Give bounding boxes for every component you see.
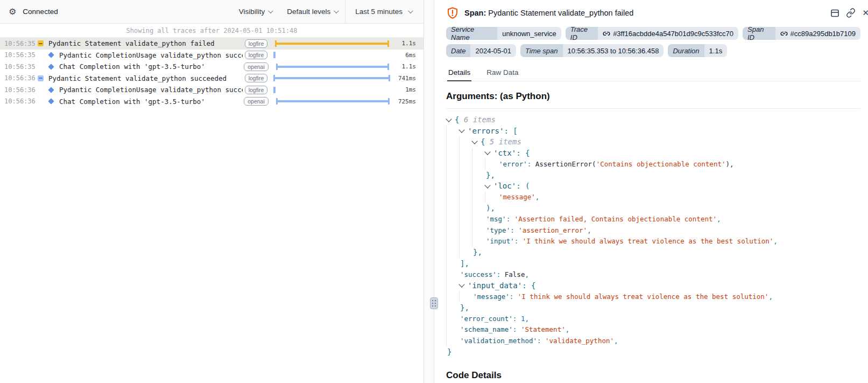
- metadata-pill-label: Service Name: [446, 27, 497, 40]
- collapse-chevron-icon[interactable]: [446, 116, 451, 122]
- metadata-pill-text: 10:56:35.353 to 10:56:36.458: [568, 47, 659, 55]
- collapse-toggle-icon[interactable]: [36, 40, 45, 46]
- scope-badge: openai: [244, 62, 269, 71]
- connection-status: Connected: [23, 8, 58, 16]
- code-line: 'type': 'assertion_error',: [446, 225, 860, 236]
- indent-guide: [446, 170, 459, 181]
- indent-guide: [446, 236, 459, 247]
- time-range-dropdown[interactable]: Last 5 minutes: [345, 0, 424, 23]
- code-token: 'validate_python': [545, 337, 614, 345]
- panel-layout-icon[interactable]: [830, 9, 839, 18]
- indent-guide: [459, 291, 472, 302]
- indent-guide: [446, 214, 459, 225]
- resize-grip-handle[interactable]: [430, 297, 438, 309]
- duration-bar-track: [273, 61, 391, 73]
- trace-row[interactable]: 10:56:35Pydantic CompletionUsage validat…: [0, 50, 424, 61]
- code-token: :: [537, 337, 545, 345]
- scope-badge: logfire: [245, 74, 268, 82]
- close-icon[interactable]: ✕: [862, 8, 868, 18]
- indent-guide: [446, 148, 459, 159]
- code-line: 'schema_name': 'Statement',: [446, 324, 860, 336]
- indent-guide: [459, 136, 472, 148]
- code-token: 'ctx': [493, 149, 516, 157]
- indent-guide: [472, 225, 485, 236]
- code-token: 'loc': [493, 182, 516, 190]
- code-token: ,: [525, 270, 529, 278]
- code-token: },: [486, 171, 495, 179]
- collapse-chevron-icon[interactable]: [458, 282, 464, 288]
- indent-guide: [459, 225, 472, 236]
- trace-row[interactable]: 10:56:36Pydantic Statement validate_pyth…: [0, 73, 424, 85]
- code-line: 'loc': (: [446, 180, 860, 192]
- trace-name: Chat Completion with 'gpt-3.5-turbo': [59, 98, 243, 106]
- duration-bar-track: [273, 73, 391, 85]
- code-line: },: [446, 302, 860, 314]
- code-token: 'validation_method': [460, 337, 537, 345]
- minus-square-icon[interactable]: [38, 40, 44, 46]
- indent-guide: [472, 214, 485, 225]
- indent-guide: [459, 192, 472, 203]
- indent-guide: [459, 180, 472, 192]
- code-line: 'message',: [446, 192, 860, 203]
- copy-link-icon[interactable]: [846, 8, 856, 18]
- trace-row[interactable]: 10:56:35Chat Completion with 'gpt-3.5-tu…: [0, 61, 424, 73]
- scope-badge-wrap: logfire: [243, 86, 270, 94]
- scope-badge-wrap: openai: [243, 97, 270, 106]
- collapse-chevron-icon[interactable]: [471, 138, 477, 144]
- visibility-dropdown[interactable]: Visibility: [231, 0, 280, 23]
- tab-raw-data[interactable]: Raw Data: [485, 66, 519, 81]
- metadata-pill: Duration1.1s: [668, 44, 727, 57]
- default-levels-dropdown[interactable]: Default levels: [279, 0, 345, 23]
- diamond-icon: [46, 65, 56, 69]
- code-token: 'I think we should always treat violence…: [523, 237, 774, 245]
- trace-row[interactable]: 10:56:36Pydantic CompletionUsage validat…: [0, 84, 424, 96]
- metadata-pill-value[interactable]: #3ff16acbdde4a547b01d9c9c533fcc70: [598, 27, 738, 40]
- trace-timestamp: 10:56:35: [4, 63, 36, 71]
- trace-timestamp: 10:56:36: [4, 98, 36, 105]
- trace-row[interactable]: 10:56:36Chat Completion with 'gpt-3.5-tu…: [0, 96, 424, 108]
- code-token: 'Contains objectionable content': [596, 160, 726, 168]
- indent-guide: [472, 203, 485, 214]
- diamond-icon: [48, 87, 54, 93]
- metadata-pill-value[interactable]: #cc89a295db1b7109: [775, 27, 860, 40]
- minus-square-icon[interactable]: [38, 75, 44, 81]
- metadata-pill-text: #3ff16acbdde4a547b01d9c9c533fcc70: [613, 30, 733, 38]
- collapse-toggle-icon[interactable]: [36, 75, 45, 81]
- code-token: 'schema_name': [460, 325, 513, 333]
- scope-badge-wrap: logfire: [243, 39, 270, 48]
- link-icon: [780, 30, 788, 38]
- metadata-pill: Service Nameunknown_service: [446, 27, 561, 40]
- trace-name: Chat Completion with 'gpt-3.5-turbo': [59, 62, 243, 71]
- diamond-icon: [46, 88, 56, 92]
- minus-glyph: [39, 43, 43, 44]
- indent-guide: [459, 158, 472, 170]
- code-line: 'error_count': 1,: [446, 313, 860, 324]
- trace-name: Pydantic Statement validate_python faile…: [48, 39, 243, 47]
- trace-name: Pydantic CompletionUsage validate_python…: [59, 51, 243, 59]
- code-token: },: [473, 248, 482, 256]
- collapse-chevron-icon[interactable]: [458, 127, 464, 133]
- code-token: 'type': [486, 226, 510, 234]
- code-token: 6 items: [459, 115, 495, 124]
- duration-bar-track: [273, 96, 391, 108]
- metadata-pill-label: Trace ID: [566, 27, 598, 40]
- diamond-icon: [46, 99, 56, 103]
- indent-guide: [485, 158, 498, 170]
- scope-badge: logfire: [245, 51, 268, 59]
- duration-bar: [273, 75, 390, 81]
- gear-icon[interactable]: ⚙: [9, 6, 16, 17]
- code-token: 'Assertion failed, Contains objectionabl…: [514, 215, 717, 223]
- trace-panel-header: ⚙ Connected Visibility Default levels La…: [0, 0, 424, 24]
- duration-bar-track: [273, 38, 391, 50]
- indent-guide: [472, 180, 485, 192]
- collapse-chevron-icon[interactable]: [484, 149, 490, 155]
- code-token: 'I think we should always treat violence…: [518, 293, 769, 301]
- trace-row[interactable]: 10:56:35Pydantic Statement validate_pyth…: [0, 38, 424, 50]
- trace-timestamp: 10:56:35: [4, 51, 36, 59]
- metadata-pill: Date2024-05-01: [446, 44, 516, 57]
- indent-guide: [446, 158, 459, 170]
- indent-guide: [459, 170, 472, 181]
- code-token: }: [447, 347, 451, 356]
- tab-details[interactable]: Details: [447, 66, 471, 81]
- collapse-chevron-icon[interactable]: [484, 182, 490, 188]
